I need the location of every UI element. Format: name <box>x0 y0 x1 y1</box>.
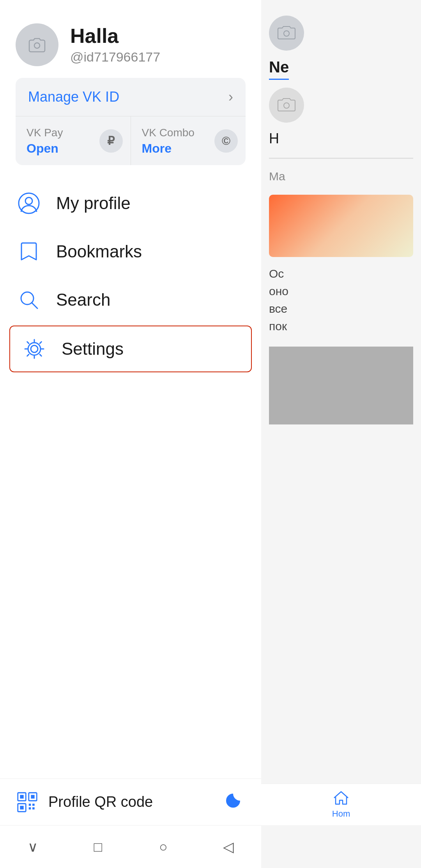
menu-item-settings[interactable]: Settings <box>9 326 252 372</box>
profile-name: Halla <box>70 25 160 47</box>
services-row: VK Pay Open ₽ VK Combo More © <box>16 116 246 165</box>
right-bottom-nav: Hom <box>261 783 421 825</box>
menu-item-my-profile[interactable]: My profile <box>0 179 261 227</box>
svg-rect-10 <box>31 795 34 798</box>
right-gray-block <box>269 347 413 424</box>
nav-triangle-button[interactable]: ◁ <box>213 835 244 859</box>
svg-point-18 <box>284 103 289 108</box>
svg-point-6 <box>28 343 41 355</box>
bottom-bar: Profile QR code <box>0 778 261 825</box>
chevron-right-icon: › <box>228 89 233 105</box>
android-nav-bar: ∨ □ ○ ◁ <box>0 825 261 868</box>
camera-icon <box>28 35 46 54</box>
vk-pay-icon: ₽ <box>99 129 123 153</box>
right-oc-line1: Ос <box>269 265 413 282</box>
search-icon <box>16 287 42 313</box>
qr-code-icon <box>16 791 39 814</box>
right-thumbnail <box>269 195 413 257</box>
svg-rect-15 <box>29 807 31 810</box>
manage-vk-id-row[interactable]: Manage VK ID › <box>16 78 246 116</box>
home-label: Hom <box>332 809 350 819</box>
ne-tab[interactable]: Ne <box>269 58 413 76</box>
dark-mode-icon[interactable] <box>225 790 246 814</box>
qr-section[interactable]: Profile QR code <box>16 791 153 814</box>
right-oc-line3: все <box>269 300 413 317</box>
qr-label: Profile QR code <box>48 794 153 810</box>
vk-combo-item[interactable]: VK Combo More © <box>131 116 246 165</box>
svg-rect-13 <box>29 803 31 806</box>
svg-point-17 <box>284 31 289 36</box>
manage-vk-id-label: Manage VK ID <box>28 89 119 105</box>
manage-card: Manage VK ID › VK Pay Open ₽ VK Combo Mo… <box>16 78 246 165</box>
home-nav-item[interactable]: Hom <box>332 790 350 819</box>
menu-item-bookmarks[interactable]: Bookmarks <box>0 227 261 276</box>
ne-tab-label: Ne <box>269 58 289 80</box>
profile-section: Halla @id717966177 <box>0 0 261 78</box>
svg-rect-8 <box>20 795 23 798</box>
avatar[interactable] <box>16 23 58 66</box>
right-avatar-second <box>269 88 304 123</box>
right-thumb-inner <box>269 195 413 257</box>
menu-list: My profile Bookmarks <box>0 167 261 374</box>
svg-rect-14 <box>32 803 35 806</box>
nav-circle-button[interactable]: ○ <box>148 835 179 859</box>
svg-point-2 <box>25 197 32 204</box>
right-h-text: H <box>269 130 413 147</box>
profile-icon <box>16 190 42 217</box>
right-oc-line4: пок <box>269 317 413 335</box>
search-label: Search <box>56 290 110 310</box>
right-oc-block: Ос оно все пок <box>269 265 413 335</box>
right-ma-text: Ma <box>269 170 413 183</box>
profile-username: @id717966177 <box>70 49 160 65</box>
right-oc-line2: оно <box>269 282 413 300</box>
vk-combo-icon: © <box>214 129 238 153</box>
nav-down-button[interactable]: ∨ <box>17 835 48 859</box>
bookmarks-label: Bookmarks <box>56 242 142 261</box>
svg-line-4 <box>32 303 37 308</box>
my-profile-label: My profile <box>56 194 131 213</box>
nav-square-button[interactable]: □ <box>82 835 113 859</box>
svg-rect-12 <box>20 806 23 809</box>
right-divider <box>269 158 413 159</box>
right-panel: Ne H Ma Ос оно все <box>261 0 421 868</box>
svg-rect-16 <box>32 807 35 810</box>
vk-pay-item[interactable]: VK Pay Open ₽ <box>16 116 131 165</box>
settings-label: Settings <box>62 339 124 359</box>
profile-info: Halla @id717966177 <box>70 25 160 65</box>
settings-icon <box>21 336 48 362</box>
svg-point-5 <box>31 345 38 352</box>
right-avatar-top <box>269 16 304 51</box>
menu-item-search[interactable]: Search <box>0 276 261 324</box>
svg-point-0 <box>34 43 40 48</box>
bookmark-icon <box>16 238 42 265</box>
